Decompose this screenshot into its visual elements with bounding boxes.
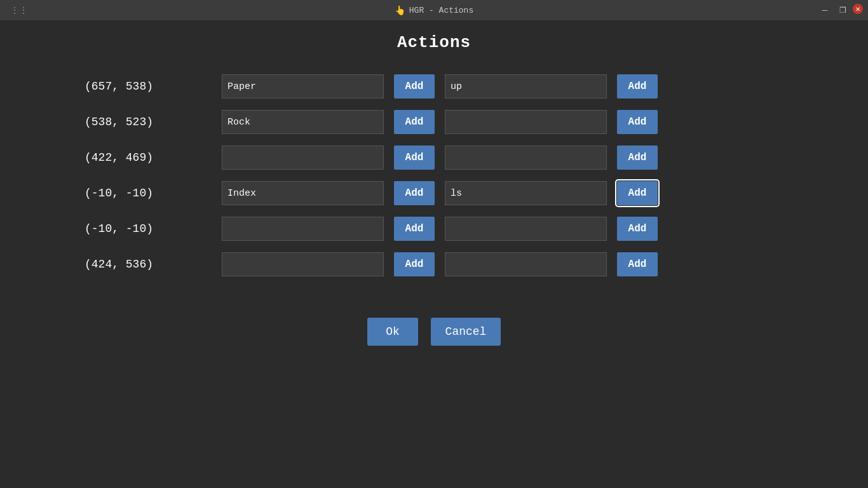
action-input-1[interactable] xyxy=(222,110,384,134)
action-input-2[interactable] xyxy=(445,146,607,170)
add-button-1[interactable]: Add xyxy=(394,217,435,241)
action-input-2[interactable] xyxy=(445,74,607,98)
actions-table: (657, 538)AddAdd(538, 523)AddAdd(422, 46… xyxy=(85,71,783,280)
minimize-button[interactable]: ─ xyxy=(817,4,832,17)
coord-label: (424, 536) xyxy=(85,258,212,271)
table-row: (-10, -10)AddAdd xyxy=(85,214,783,244)
title-text: HGR - Actions xyxy=(409,6,473,15)
add-button-1[interactable]: Add xyxy=(394,74,435,98)
action-input-2[interactable] xyxy=(445,252,607,276)
add-button-1[interactable]: Add xyxy=(394,181,435,205)
title-icon: 👆 xyxy=(395,5,405,16)
restore-button[interactable]: ❐ xyxy=(835,4,850,17)
cancel-button[interactable]: Cancel xyxy=(431,318,501,346)
action-input-2[interactable] xyxy=(445,110,607,134)
action-input-1[interactable] xyxy=(222,74,384,98)
drag-handle: ⋮⋮ xyxy=(10,5,28,16)
coord-label: (-10, -10) xyxy=(85,222,212,235)
add-button-2[interactable]: Add xyxy=(617,217,658,241)
window-title: 👆 HGR - Actions xyxy=(395,5,473,16)
table-row: (-10, -10)AddAdd xyxy=(85,178,783,208)
table-row: (422, 469)AddAdd xyxy=(85,142,783,173)
action-input-2[interactable] xyxy=(445,181,607,205)
add-button-1[interactable]: Add xyxy=(394,110,435,134)
add-button-2[interactable]: Add xyxy=(617,252,658,276)
action-input-2[interactable] xyxy=(445,217,607,241)
add-button-2[interactable]: Add xyxy=(617,74,658,98)
table-row: (538, 523)AddAdd xyxy=(85,107,783,137)
close-button[interactable]: ✕ xyxy=(853,4,863,14)
main-content: Actions (657, 538)AddAdd(538, 523)AddAdd… xyxy=(0,20,868,358)
add-button-1[interactable]: Add xyxy=(394,252,435,276)
coord-label: (-10, -10) xyxy=(85,187,212,200)
coord-label: (422, 469) xyxy=(85,151,212,164)
action-input-1[interactable] xyxy=(222,217,384,241)
bottom-buttons: Ok Cancel xyxy=(367,318,501,346)
table-row: (424, 536)AddAdd xyxy=(85,249,783,280)
add-button-2[interactable]: Add xyxy=(617,181,658,205)
action-input-1[interactable] xyxy=(222,252,384,276)
add-button-2[interactable]: Add xyxy=(617,146,658,170)
ok-button[interactable]: Ok xyxy=(367,318,418,346)
action-input-1[interactable] xyxy=(222,146,384,170)
coord-label: (538, 523) xyxy=(85,116,212,128)
add-button-1[interactable]: Add xyxy=(394,146,435,170)
window-controls: ─ ❐ ✕ xyxy=(817,4,863,17)
action-input-1[interactable] xyxy=(222,181,384,205)
coord-label: (657, 538) xyxy=(85,80,212,93)
page-title: Actions xyxy=(397,33,471,52)
table-row: (657, 538)AddAdd xyxy=(85,71,783,102)
title-bar: ⋮⋮ 👆 HGR - Actions ─ ❐ ✕ xyxy=(0,0,868,20)
add-button-2[interactable]: Add xyxy=(617,110,658,134)
